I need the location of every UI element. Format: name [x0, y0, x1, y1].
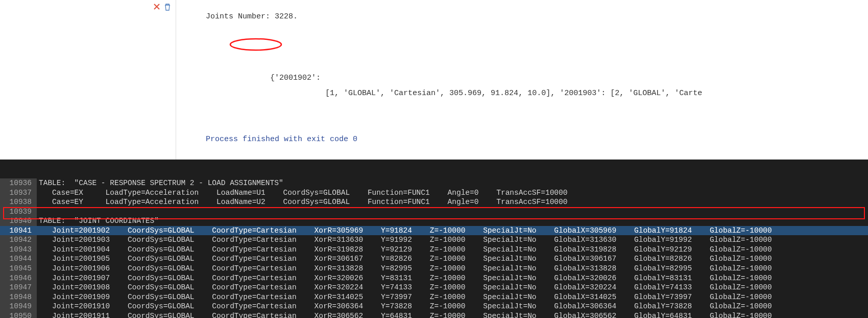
- dict-key-highlight: {'2001902':: [270, 74, 321, 82]
- line-number: 10942: [0, 235, 37, 245]
- editor-line[interactable]: 10941 Joint=2001902 CoordSys=GLOBAL Coor…: [0, 226, 868, 236]
- editor-line[interactable]: 10943 Joint=2001904 CoordSys=GLOBAL Coor…: [0, 245, 868, 255]
- editor-line[interactable]: 10939: [0, 207, 868, 217]
- line-content: Joint=2001907 CoordSys=GLOBAL CoordType=…: [37, 274, 868, 283]
- editor-line[interactable]: 10948 Joint=2001909 CoordSys=GLOBAL Coor…: [0, 292, 868, 302]
- run-gutter: [0, 0, 176, 160]
- line-number: 10950: [0, 311, 37, 318]
- trash-icon[interactable]: [163, 3, 172, 11]
- line-content: Joint=2001904 CoordSys=GLOBAL CoordType=…: [37, 245, 868, 255]
- editor-line[interactable]: 10937 Case=EX LoadType=Acceleration Load…: [0, 188, 868, 198]
- text-editor-pane[interactable]: 10936TABLE: "CASE - RESPONSE SPECTRUM 2 …: [0, 160, 868, 318]
- console-output-pane: Joints Number: 3228. {'2001902': [1, 'GL…: [0, 0, 868, 160]
- blank-line: [206, 117, 848, 132]
- output-dict-line: {'2001902': [1, 'GLOBAL', 'Cartesian', 3…: [206, 25, 848, 117]
- line-number: 10945: [0, 264, 37, 274]
- line-number: 10937: [0, 188, 37, 198]
- line-content: Case=EY LoadType=Acceleration LoadName=U…: [37, 197, 868, 207]
- editor-line[interactable]: 10940TABLE: "JOINT COORDINATES": [0, 216, 868, 226]
- line-number: 10936: [0, 178, 37, 188]
- line-number: 10946: [0, 274, 37, 283]
- annotation-ellipse: [229, 38, 282, 51]
- editor-line[interactable]: 10938 Case=EY LoadType=Acceleration Load…: [0, 197, 868, 207]
- line-number: 10941: [0, 226, 37, 236]
- editor-line[interactable]: 10947 Joint=2001908 CoordSys=GLOBAL Coor…: [0, 283, 868, 292]
- line-number: 10948: [0, 292, 37, 302]
- editor-line[interactable]: 10942 Joint=2001903 CoordSys=GLOBAL Coor…: [0, 235, 868, 245]
- line-content: Joint=2001905 CoordSys=GLOBAL CoordType=…: [37, 254, 868, 264]
- line-content: Joint=2001902 CoordSys=GLOBAL CoordType=…: [37, 226, 868, 236]
- console-output[interactable]: Joints Number: 3228. {'2001902': [1, 'GL…: [176, 0, 868, 160]
- line-number: 10949: [0, 302, 37, 311]
- editor-line[interactable]: 10945 Joint=2001906 CoordSys=GLOBAL Coor…: [0, 264, 868, 274]
- exit-code-line: Process finished with exit code 0: [206, 132, 848, 147]
- svg-point-0: [230, 39, 281, 50]
- line-number: 10944: [0, 254, 37, 264]
- line-content: Joint=2001908 CoordSys=GLOBAL CoordType=…: [37, 283, 868, 292]
- editor-line[interactable]: 10936TABLE: "CASE - RESPONSE SPECTRUM 2 …: [0, 178, 868, 188]
- line-content: TABLE: "JOINT COORDINATES": [37, 216, 868, 226]
- close-icon[interactable]: [153, 3, 160, 10]
- line-content: Joint=2001903 CoordSys=GLOBAL CoordType=…: [37, 235, 868, 245]
- line-content: Joint=2001911 CoordSys=GLOBAL CoordType=…: [37, 311, 868, 318]
- editor-line[interactable]: 10944 Joint=2001905 CoordSys=GLOBAL Coor…: [0, 254, 868, 264]
- editor-line[interactable]: 10949 Joint=2001910 CoordSys=GLOBAL Coor…: [0, 302, 868, 311]
- editor-line[interactable]: 10950 Joint=2001911 CoordSys=GLOBAL Coor…: [0, 311, 868, 318]
- line-number: 10939: [0, 207, 37, 217]
- output-joints-number: Joints Number: 3228.: [206, 9, 848, 25]
- line-number: 10947: [0, 283, 37, 292]
- line-content: Joint=2001910 CoordSys=GLOBAL CoordType=…: [37, 302, 868, 311]
- line-content: TABLE: "CASE - RESPONSE SPECTRUM 2 - LOA…: [37, 178, 868, 188]
- dict-tail: [1, 'GLOBAL', 'Cartesian', 305.969, 91.8…: [321, 89, 702, 98]
- line-content: Joint=2001906 CoordSys=GLOBAL CoordType=…: [37, 264, 868, 274]
- line-number: 10938: [0, 197, 37, 207]
- editor-line[interactable]: 10946 Joint=2001907 CoordSys=GLOBAL Coor…: [0, 274, 868, 283]
- line-content: Case=EX LoadType=Acceleration LoadName=U…: [37, 188, 868, 198]
- line-number: 10940: [0, 216, 37, 226]
- line-content: [37, 207, 868, 217]
- line-number: 10943: [0, 245, 37, 255]
- line-content: Joint=2001909 CoordSys=GLOBAL CoordType=…: [37, 292, 868, 302]
